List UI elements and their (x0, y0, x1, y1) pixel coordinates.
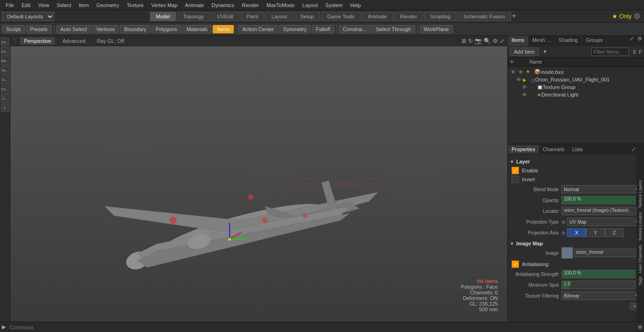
expand-icon[interactable]: ▼ (526, 69, 532, 74)
viewport-icon-rotate[interactable]: ↻ (468, 38, 473, 44)
left-tool-2[interactable]: Du... (1, 47, 9, 56)
menu-edit[interactable]: Edit (18, 1, 34, 9)
boundary-button[interactable]: Boundary (120, 25, 150, 33)
menu-item[interactable]: Item (75, 1, 92, 9)
menu-animate[interactable]: Animate (181, 1, 207, 9)
projection-type-dropdown[interactable]: UV Map (567, 218, 642, 226)
command-search-icon[interactable]: ⊕ (636, 324, 644, 330)
autoselect-button[interactable]: Auto Select (56, 25, 91, 33)
viewport-icon-expand[interactable]: ⤢ (500, 38, 504, 44)
vis-icon2[interactable]: 👁 (518, 69, 525, 75)
menu-maxtomodo[interactable]: MaxToModo (263, 1, 298, 9)
expand-icon[interactable]: ▶ (523, 77, 529, 82)
menu-render[interactable]: Render (238, 1, 263, 9)
tab-uvedit[interactable]: UVEdit (211, 12, 239, 21)
menu-layout[interactable]: Layout (298, 1, 322, 9)
eye-icon[interactable]: 👁 (522, 84, 528, 90)
left-tool-3[interactable]: Me... (1, 57, 9, 65)
props-tab-lists[interactable]: Lists (569, 145, 587, 154)
items-panel-settings[interactable]: ⚙ (636, 36, 644, 46)
menu-dynamics[interactable]: Dynamics (208, 1, 238, 9)
left-tool-6[interactable]: Po... (1, 85, 9, 93)
tab-gametools[interactable]: Game Tools (321, 12, 361, 21)
items-panel-expand[interactable]: ⤢ (627, 36, 636, 46)
vp-tab-perspective[interactable]: Perspective (20, 37, 55, 45)
menu-geometry[interactable]: Geometry (92, 1, 123, 9)
select-through-button[interactable]: Select Through (372, 25, 415, 33)
viewport-icon-camera[interactable]: 📷 (475, 38, 482, 44)
props-tab-channels[interactable]: Channels (539, 145, 568, 154)
symmetry-button[interactable]: Symmetry (279, 25, 311, 33)
axis-x-input[interactable] (567, 228, 586, 237)
workplane-button[interactable]: WorkPlane (420, 25, 454, 33)
constrain-button[interactable]: Constrai... (339, 25, 371, 33)
invert-checkbox[interactable] (512, 176, 519, 183)
layout-selector[interactable]: Default Layouts (2, 12, 54, 21)
only-button[interactable]: ★ Only (612, 13, 632, 20)
filter-icon[interactable]: S (633, 49, 636, 55)
menu-view[interactable]: View (34, 1, 53, 9)
menu-vertexmap[interactable]: Vertex Map (148, 1, 182, 9)
left-tool-4[interactable]: Ve... (1, 66, 9, 74)
tab-schematic[interactable]: Schematic Fusion (457, 12, 511, 21)
items-tab-groups[interactable]: Groups (582, 36, 607, 46)
proj-axis-dot[interactable]: ⊙ (561, 230, 565, 235)
left-tool-7[interactable]: C... (1, 94, 9, 103)
tex-tab-locator[interactable]: Texture Locator (638, 210, 643, 243)
viewport-icon-grid[interactable]: ⊞ (462, 38, 466, 44)
tab-scripting[interactable]: Scripting (424, 12, 457, 21)
viewport[interactable]: ⠿ Perspective Advanced Ray GL: Off ⊞ ↻ 📷… (10, 36, 507, 322)
aa-strength-slider[interactable]: 100.0 % (561, 270, 636, 278)
command-input[interactable] (8, 324, 636, 330)
opacity-slider[interactable]: 100.0 % (561, 196, 636, 204)
eye-icon[interactable]: 👁 (516, 77, 523, 82)
min-spot-slider[interactable]: 1.0 (561, 281, 636, 289)
eye-icon[interactable]: 👁 (511, 69, 517, 75)
axis-y-input[interactable] (586, 228, 605, 237)
image-value[interactable]: orion_fresnel (574, 249, 637, 257)
tab-topology[interactable]: Topology (177, 12, 210, 21)
vp-tab-raygl[interactable]: Ray GL: Off (93, 37, 128, 45)
left-tool-8[interactable]: F (1, 104, 9, 112)
vp-tab-advanced[interactable]: Advanced (58, 37, 89, 45)
menu-texture[interactable]: Texture (123, 1, 148, 9)
list-item[interactable]: 👁 👁 ▼ 📦 modo.bxo (509, 68, 643, 76)
blend-mode-dropdown[interactable]: Normal (561, 185, 642, 194)
antialiasing-checkbox[interactable]: ✓ (512, 260, 519, 268)
menu-file[interactable]: File (2, 1, 18, 9)
locator-value[interactable]: orion_fresnel (Image) (Texture) (561, 207, 636, 215)
polygons-button[interactable]: Polygons (151, 25, 181, 33)
list-item[interactable]: 👁 🔲 Texture Group (520, 83, 643, 91)
viewport-canvas[interactable]: X Y Z No Items Polygons : Face Channels:… (10, 46, 507, 322)
command-arrow[interactable]: ▶ (0, 324, 8, 330)
tab-model[interactable]: Model (150, 12, 176, 21)
items-tab-items[interactable]: Items (508, 36, 528, 46)
eye-icon[interactable]: 👁 (522, 92, 528, 97)
presets-button[interactable]: Presets (26, 25, 52, 33)
enable-checkbox[interactable]: ✓ (512, 167, 519, 174)
layer-expand-icon[interactable]: ▼ (510, 159, 514, 164)
tex-tab-tags[interactable]: Tags (638, 275, 643, 287)
add-tab-button[interactable]: + (512, 12, 516, 21)
props-expand[interactable]: ⤢ (629, 146, 637, 153)
list-item[interactable]: 👁 ☀ Directional Light (520, 91, 643, 98)
items-button[interactable]: Items (213, 25, 234, 33)
viewport-icon-search[interactable]: 🔍 (484, 38, 491, 44)
tex-tab-user-channels[interactable]: User Channels (638, 243, 643, 275)
materials-button[interactable]: Materials (182, 25, 212, 33)
action-center-button[interactable]: Action Center (238, 25, 278, 33)
tab-setup[interactable]: Setup (294, 12, 320, 21)
tab-paint[interactable]: Paint (240, 12, 264, 21)
tex-filtering-dropdown[interactable]: Bilinear (561, 292, 642, 300)
vertices-button[interactable]: Vertices (92, 25, 119, 33)
settings-icon[interactable]: ⚙ (634, 12, 640, 21)
filter-input[interactable] (591, 48, 629, 56)
tab-animate[interactable]: Animate (362, 12, 393, 21)
sculpt-button[interactable]: Sculpt (2, 25, 25, 33)
tab-render[interactable]: Render (394, 12, 423, 21)
tab-layout[interactable]: Layout (265, 12, 293, 21)
falloff-button[interactable]: Falloff (312, 25, 334, 33)
image-map-expand[interactable]: ▼ (510, 241, 514, 246)
add-item-button[interactable]: Add Item (510, 48, 539, 56)
tex-tab-layers[interactable]: Texture Layers (638, 178, 643, 210)
